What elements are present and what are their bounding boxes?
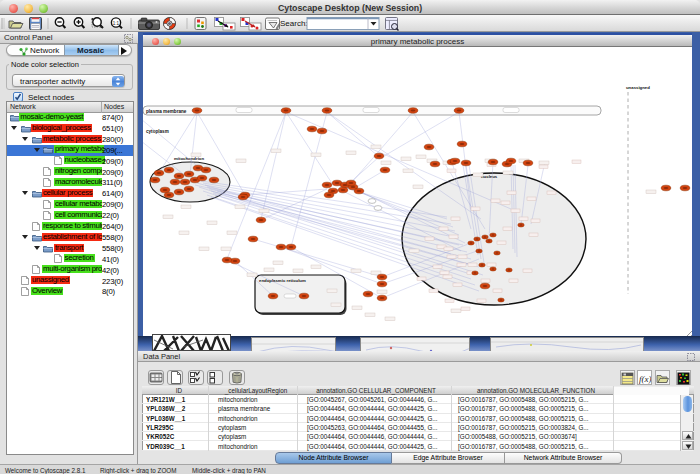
svg-text:cytoplasm: cytoplasm xyxy=(146,129,169,134)
svg-text:Search:: Search: xyxy=(280,19,308,28)
svg-text:nucleus: nucleus xyxy=(481,174,498,179)
svg-text:1:1: 1:1 xyxy=(113,21,120,26)
svg-text:f(x): f(x) xyxy=(639,374,651,384)
svg-text:unassigned: unassigned xyxy=(626,85,650,90)
svg-text:plasma membrane: plasma membrane xyxy=(146,109,187,114)
svg-text:endoplasmic reticulum: endoplasmic reticulum xyxy=(259,278,306,283)
